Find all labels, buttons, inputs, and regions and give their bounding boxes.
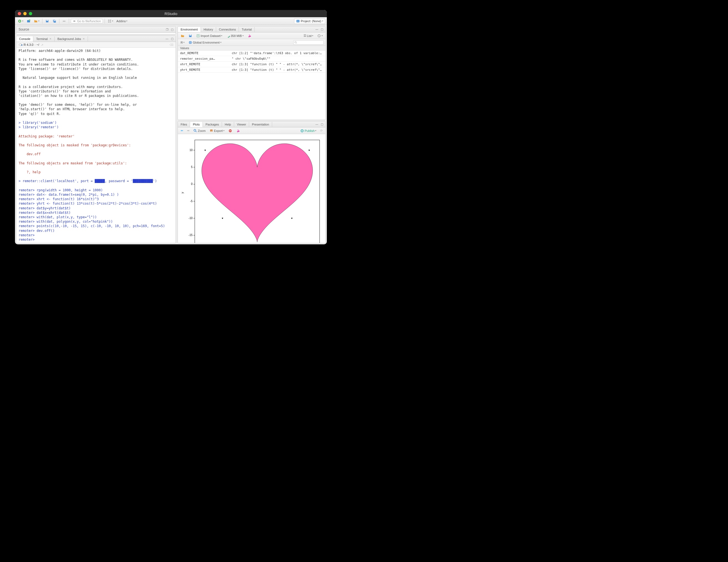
close-terminal-icon[interactable]: ✕ — [49, 37, 52, 40]
save-button[interactable] — [44, 19, 50, 24]
clear-env-button[interactable] — [246, 33, 252, 38]
clear-console-icon[interactable]: ⌫ — [170, 43, 173, 47]
svg-rect-12 — [110, 19, 111, 21]
maximize-source-icon[interactable]: ▢ — [170, 27, 174, 31]
save-workspace-button[interactable] — [187, 33, 193, 38]
tab-console[interactable]: Console — [16, 36, 33, 42]
svg-rect-25 — [249, 34, 250, 36]
memory-usage-button[interactable]: 358 MiB ▾ — [225, 33, 244, 38]
plot-clear-all-button[interactable] — [235, 128, 241, 133]
svg-rect-9 — [63, 20, 65, 21]
env-language-selector[interactable]: R ▾ — [180, 40, 186, 45]
svg-rect-21 — [189, 34, 191, 36]
tab-environment[interactable]: Environment — [178, 27, 201, 32]
console-output[interactable]: Platform: aarch64-apple-darwin20 (64-bit… — [16, 48, 176, 243]
source-pane: Source ❐ ▢ — [16, 26, 176, 34]
maximize-env-icon[interactable]: ▢ — [320, 27, 324, 31]
env-row[interactable]: dat_REMOTEchr [1:2] "'data.frame':\t63 o… — [178, 51, 325, 56]
titlebar: RStudio — [15, 10, 327, 17]
maximize-console-icon[interactable]: ▢ — [170, 37, 174, 41]
close-window-button[interactable] — [18, 12, 21, 15]
maximize-plots-icon[interactable]: ▢ — [320, 122, 324, 126]
svg-point-27 — [194, 129, 196, 131]
minimize-console-icon[interactable]: — — [165, 37, 169, 41]
window-controls — [18, 12, 32, 15]
tab-packages[interactable]: Packages — [203, 122, 222, 127]
save-all-button[interactable] — [51, 19, 57, 24]
restore-source-icon[interactable]: ❐ — [165, 27, 169, 31]
plot-export-button[interactable]: Export ▾ — [208, 128, 226, 133]
svg-point-23 — [227, 34, 230, 37]
svg-rect-14 — [110, 21, 111, 22]
new-file-button[interactable]: ▾ — [17, 19, 24, 24]
svg-text:R: R — [21, 44, 22, 46]
svg-text:♥: ♥ — [309, 149, 310, 152]
minimize-plots-icon[interactable]: — — [315, 122, 319, 126]
plot-canvas: -15-10-5051015-15-10-50510xy♥♥♥♥ — [178, 134, 325, 243]
rstudio-window: RStudio ▾ ▾ Go to file/function — [15, 10, 327, 244]
tab-files[interactable]: Files — [178, 122, 190, 127]
main-toolbar: ▾ ▾ Go to file/function ▾ A — [15, 17, 327, 25]
plot-prev-button[interactable]: ⬅ — [180, 128, 184, 133]
tab-terminal[interactable]: Terminal✕ — [33, 36, 55, 41]
svg-text:♥: ♥ — [222, 217, 223, 220]
minimize-env-icon[interactable]: — — [315, 27, 319, 31]
maximize-window-button[interactable] — [29, 12, 32, 15]
refresh-plot-button[interactable]: ⟳ — [319, 128, 324, 133]
svg-text:10: 10 — [189, 148, 193, 152]
tab-background-jobs[interactable]: Background Jobs✕ — [55, 36, 88, 41]
working-dir-label: ~/ — [37, 43, 39, 46]
tab-viewer[interactable]: Viewer — [234, 122, 249, 127]
svg-text:5: 5 — [191, 165, 193, 168]
svg-text:y: y — [181, 192, 184, 193]
svg-text:♥: ♥ — [291, 217, 292, 220]
env-table: dat_REMOTEchr [1:2] "'data.frame':\t63 o… — [178, 51, 325, 73]
plot-remove-button[interactable] — [227, 128, 233, 133]
open-file-button[interactable]: ▾ — [33, 19, 41, 24]
workspace-panes-button[interactable]: ▾ — [107, 19, 114, 24]
tab-history[interactable]: History — [201, 27, 216, 32]
env-row[interactable]: yhrt_REMOTEchr [1:3] "function (t) " " -… — [178, 67, 325, 73]
plot-zoom-button[interactable]: Zoom — [192, 128, 207, 133]
env-row[interactable]: remoter_session_pa…" chr \"saFAObvDqA\"" — [178, 56, 325, 62]
svg-rect-30 — [229, 130, 231, 131]
svg-rect-4 — [46, 20, 48, 21]
plots-pane: Files Plots Packages Help Viewer Present… — [178, 121, 326, 243]
env-row[interactable]: xhrt_REMOTEchr [1:3] "function (t) " " -… — [178, 62, 325, 67]
close-bgjobs-icon[interactable]: ✕ — [83, 37, 85, 40]
svg-text:-15: -15 — [189, 233, 193, 236]
svg-rect-7 — [54, 20, 55, 21]
env-search-input[interactable] — [293, 40, 324, 45]
new-project-button[interactable] — [26, 19, 32, 24]
wd-popout-icon[interactable]: ⇗ — [40, 43, 44, 47]
load-workspace-button[interactable] — [180, 33, 186, 38]
svg-rect-11 — [108, 19, 109, 21]
r-version-label: R 4.3.0 — [24, 43, 33, 46]
refresh-env-button[interactable]: ▾ — [316, 33, 324, 38]
tab-presentation[interactable]: Presentation — [249, 122, 272, 127]
goto-placeholder: Go to file/function — [77, 19, 101, 23]
svg-text:R: R — [297, 20, 299, 22]
svg-rect-10 — [63, 21, 65, 22]
addins-menu[interactable]: Addins ▾ — [115, 19, 129, 23]
tab-plots[interactable]: Plots — [190, 122, 203, 127]
environment-pane: Environment History Connections Tutorial… — [178, 26, 326, 120]
env-scope-selector[interactable]: Global Environment ▾ — [187, 40, 223, 45]
plot-next-button[interactable]: ➡ — [186, 128, 191, 133]
goto-file-function-input[interactable]: Go to file/function — [71, 19, 103, 23]
project-selector[interactable]: R Project: (None) ▾ — [294, 18, 325, 24]
print-button[interactable] — [61, 19, 67, 24]
svg-text:♥: ♥ — [204, 149, 206, 152]
minimize-window-button[interactable] — [23, 12, 27, 15]
svg-text:0: 0 — [191, 182, 193, 185]
tab-help[interactable]: Help — [222, 122, 234, 127]
tab-connections[interactable]: Connections — [216, 27, 239, 32]
tab-tutorial[interactable]: Tutorial — [239, 27, 255, 32]
r-logo-icon: R — [19, 43, 22, 47]
svg-rect-13 — [108, 21, 109, 22]
import-dataset-button[interactable]: Import Dataset ▾ — [195, 33, 223, 38]
window-title: RStudio — [15, 12, 327, 16]
env-view-list-button[interactable]: ☰ List ▾ — [302, 33, 314, 38]
plot-publish-button[interactable]: Publish ▾ — [299, 128, 317, 133]
console-pane: Console Terminal✕ Background Jobs✕ — ▢ R… — [16, 36, 176, 243]
